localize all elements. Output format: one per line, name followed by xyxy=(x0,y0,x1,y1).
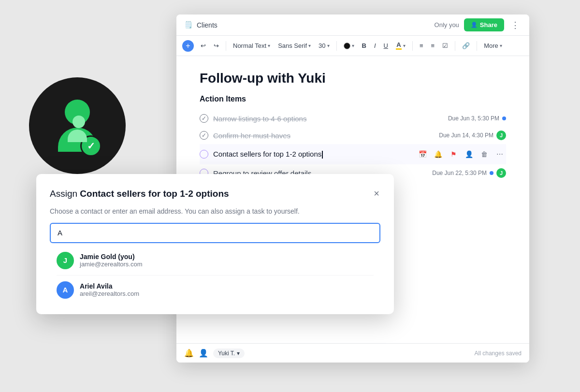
task-checkbox-active-3[interactable] xyxy=(200,150,208,159)
highlight-bar xyxy=(396,48,402,50)
highlight-chevron: ▾ xyxy=(403,43,406,48)
task-item: ✓ Narrow listings to 4-6 options Due Jun… xyxy=(200,110,506,127)
active-row-actions: 📅 🔔 ⚑ 👤 🗑 ⋯ xyxy=(416,148,506,160)
size-dropdown[interactable]: 30 ▾ xyxy=(316,40,332,51)
size-label: 30 xyxy=(319,42,325,49)
task-text-3: Contact sellers for top 1-2 options xyxy=(213,150,416,159)
bold-button[interactable]: B xyxy=(359,40,369,51)
italic-button[interactable]: I xyxy=(371,40,379,51)
task-text-1: Narrow listings to 4-6 options xyxy=(213,115,448,123)
highlight-dropdown[interactable]: A ▾ xyxy=(393,40,408,52)
color-dropdown[interactable]: ▾ xyxy=(341,41,357,51)
task-due-4: Due Jun 22, 5:30 PM xyxy=(432,170,487,176)
contact-avatar-jamie: J xyxy=(57,252,74,269)
highlight-a-icon: A xyxy=(396,42,402,50)
task-text-2: Confirm her must-haves xyxy=(213,131,439,140)
contact-name-ariel: Ariel Avila xyxy=(80,282,374,290)
section-title: Action Items xyxy=(200,95,506,103)
checklist-button[interactable]: ☑ xyxy=(439,40,451,51)
task-list: ✓ Narrow listings to 4-6 options Due Jun… xyxy=(200,110,506,182)
toolbar: + ↩ ↪ Normal Text ▾ Sans Serif ▾ 30 ▾ ▾ … xyxy=(176,36,529,56)
task-dot-1 xyxy=(502,116,506,120)
task-avatar-4: J xyxy=(496,168,506,178)
color-chevron: ▾ xyxy=(352,43,354,48)
toolbar-separator-4 xyxy=(455,41,455,51)
task-checkbox-done-1[interactable]: ✓ xyxy=(200,114,208,123)
task-meta-2: Due Jun 14, 4:30 PM J xyxy=(439,131,506,140)
text-style-chevron: ▾ xyxy=(268,43,270,48)
modal-title: Assign Contact sellers for top 1-2 optio… xyxy=(50,188,229,201)
modal-title-prefix: Assign xyxy=(50,189,80,199)
modal-title-bold: Contact sellers for top 1-2 options xyxy=(80,189,229,199)
task-avatar-2: J xyxy=(496,131,506,140)
text-style-dropdown[interactable]: Normal Text ▾ xyxy=(230,40,273,51)
font-chevron: ▾ xyxy=(308,43,311,48)
toolbar-separator-3 xyxy=(412,41,413,51)
more-label: More xyxy=(484,42,498,49)
assign-modal: Assign Contact sellers for top 1-2 optio… xyxy=(36,174,394,314)
font-dropdown[interactable]: Sans Serif ▾ xyxy=(275,40,314,51)
size-chevron: ▾ xyxy=(327,43,330,48)
color-circle xyxy=(344,43,350,49)
bullets-button[interactable]: ≡ xyxy=(417,40,426,51)
contact-avatar-ariel: A xyxy=(57,281,74,299)
search-input[interactable] xyxy=(58,229,373,237)
redo-button[interactable]: ↪ xyxy=(211,40,222,51)
add-button[interactable]: + xyxy=(182,40,194,52)
user-pill-chevron: ▾ xyxy=(237,350,240,357)
contact-email-ariel: areil@zerealtors.com xyxy=(80,290,374,297)
font-label: Sans Serif xyxy=(278,42,307,49)
avatar-small-body xyxy=(68,130,87,142)
link-button[interactable]: 🔗 xyxy=(459,40,473,51)
more-dots-icon[interactable]: ⋯ xyxy=(493,148,506,160)
share-button[interactable]: Share xyxy=(464,18,504,31)
task-item: ✓ Confirm her must-haves Due Jun 14, 4:3… xyxy=(200,127,506,144)
title-bar: 🗒️ Clients Only you Share ⋮ xyxy=(176,15,529,36)
footer-person-icon[interactable]: 👤 xyxy=(199,348,208,358)
visibility-label: Only you xyxy=(435,21,459,29)
avatar-small-person xyxy=(68,116,87,142)
contact-info-jamie: Jamie Gold (you) jamie@zerealtors.com xyxy=(80,253,374,268)
title-bar-right: Only you Share ⋮ xyxy=(435,18,522,31)
contact-list: J Jamie Gold (you) jamie@zerealtors.com … xyxy=(50,246,380,305)
task-meta-4: Due Jun 22, 5:30 PM J xyxy=(432,168,506,178)
user-name-label: Yuki T. xyxy=(218,350,235,357)
task-checkbox-done-2[interactable]: ✓ xyxy=(200,131,208,140)
numbering-button[interactable]: ≡ xyxy=(428,40,438,51)
person-icon[interactable]: 👤 xyxy=(463,148,475,160)
footer-bell-icon[interactable]: 🔔 xyxy=(184,348,194,358)
bell-icon[interactable]: 🔔 xyxy=(432,148,444,160)
modal-header: Assign Contact sellers for top 1-2 optio… xyxy=(50,188,380,201)
trash-icon[interactable]: 🗑 xyxy=(478,148,491,160)
task-item-active: Contact sellers for top 1-2 options 📅 🔔 … xyxy=(200,144,506,164)
contact-item-jamie[interactable]: J Jamie Gold (you) jamie@zerealtors.com xyxy=(50,246,380,275)
toolbar-separator-5 xyxy=(477,41,477,51)
avatar-person: ✓ xyxy=(58,100,97,152)
underline-button[interactable]: U xyxy=(381,40,391,51)
more-chevron: ▾ xyxy=(500,43,502,48)
contact-name-jamie: Jamie Gold (you) xyxy=(80,253,374,261)
kebab-menu-button[interactable]: ⋮ xyxy=(509,19,522,31)
calendar-icon[interactable]: 📅 xyxy=(416,148,429,160)
notif-dot-4 xyxy=(490,171,493,175)
undo-button[interactable]: ↩ xyxy=(198,40,209,51)
avatar-small-head xyxy=(72,116,85,128)
contact-email-jamie: jamie@zerealtors.com xyxy=(80,261,374,268)
saved-status: All changes saved xyxy=(475,350,522,357)
modal-subtitle: Choose a contact or enter an email addre… xyxy=(50,207,380,215)
doc-footer: 🔔 👤 Yuki T. ▾ All changes saved xyxy=(176,343,529,363)
task-meta-1: Due Jun 3, 5:30 PM xyxy=(448,115,506,122)
doc-heading: Follow-up with Yuki xyxy=(200,71,506,86)
modal-close-button[interactable]: × xyxy=(373,188,380,199)
text-cursor xyxy=(322,151,323,159)
doc-title-label: Clients xyxy=(197,21,218,29)
task-due-2: Due Jun 14, 4:30 PM xyxy=(439,132,493,139)
more-dropdown[interactable]: More ▾ xyxy=(481,40,505,51)
doc-icon: 🗒️ xyxy=(184,21,193,29)
flag-icon[interactable]: ⚑ xyxy=(447,148,460,160)
contact-info-ariel: Ariel Avila areil@zerealtors.com xyxy=(80,282,374,297)
contact-item-ariel[interactable]: A Ariel Avila areil@zerealtors.com xyxy=(50,276,380,305)
user-pill[interactable]: Yuki T. ▾ xyxy=(213,348,245,358)
avatar-circle: ✓ xyxy=(29,77,126,174)
text-style-label: Normal Text xyxy=(233,42,266,49)
